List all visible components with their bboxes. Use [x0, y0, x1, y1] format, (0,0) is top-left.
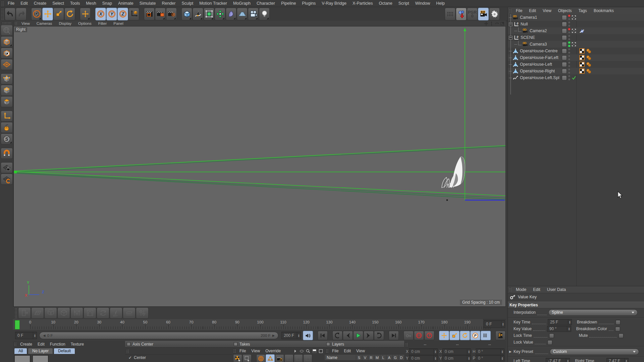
- object-row[interactable]: Camera2: [508, 27, 644, 34]
- object-name[interactable]: OperaHouse-FarLeft: [520, 55, 558, 60]
- psr-zero-button[interactable]: PSR 0: [467, 8, 478, 20]
- center-checkbox[interactable]: ✓: [128, 355, 132, 360]
- key-value-field[interactable]: 90 °▲▼: [547, 326, 571, 332]
- visibility-dots[interactable]: [568, 41, 571, 47]
- magnet-button[interactable]: [1, 148, 13, 159]
- points-mode-button[interactable]: [1, 73, 13, 84]
- menu-item[interactable]: Mesh: [83, 1, 99, 6]
- add-light-button[interactable]: [259, 8, 270, 20]
- left-time-field[interactable]: -7.47 F▲▼: [546, 358, 570, 362]
- record-keyframe-button[interactable]: [414, 331, 424, 340]
- render-settings-button[interactable]: [166, 8, 177, 20]
- split-square-icon[interactable]: [312, 349, 317, 354]
- y-axis-lock-button[interactable]: Y: [106, 8, 117, 20]
- object-name[interactable]: Null: [521, 22, 528, 26]
- enable-axis-button[interactable]: [1, 111, 13, 122]
- viewport-menu-item[interactable]: Options: [75, 21, 95, 25]
- visibility-dots[interactable]: [568, 68, 571, 74]
- menu-item[interactable]: Select: [49, 1, 67, 6]
- key-preset-dropdown[interactable]: Custom: [550, 349, 639, 355]
- om-grip[interactable]: [508, 8, 512, 13]
- layers-menu-item[interactable]: Edit: [341, 349, 354, 353]
- enable-toggle[interactable]: [562, 28, 567, 34]
- menu-item[interactable]: Octane: [376, 1, 395, 6]
- psr-drop-button[interactable]: [456, 8, 467, 20]
- viewport-menu-item[interactable]: Panel: [110, 21, 126, 25]
- menu-item[interactable]: Create: [31, 1, 50, 6]
- material-menu-item[interactable]: Function: [47, 342, 68, 347]
- object-name[interactable]: OperaHouse-Centre: [520, 49, 558, 53]
- object-name[interactable]: Camera3: [530, 42, 547, 47]
- object-row[interactable]: 0 Null: [508, 21, 644, 27]
- camera-target-icon[interactable]: [572, 28, 576, 33]
- last-tool-button[interactable]: [80, 8, 91, 20]
- material-tab[interactable]: No Layer: [28, 348, 53, 354]
- layers-title[interactable]: Layers: [325, 341, 404, 348]
- undo-button[interactable]: [5, 8, 15, 20]
- viewport-canvas[interactable]: Y Z X Right Grid Spacing : 10 cm: [13, 26, 506, 307]
- take-new-button[interactable]: [233, 354, 242, 362]
- spinner-arrows[interactable]: ▲▼: [467, 356, 471, 361]
- current-frame-field[interactable]: 0 F ▲▼: [15, 332, 37, 339]
- attribute-menu-item[interactable]: Edit: [530, 287, 544, 292]
- material-tab[interactable]: All: [14, 348, 27, 354]
- material-tab[interactable]: Default: [54, 348, 75, 354]
- attribute-menu-item[interactable]: Mode: [513, 287, 530, 292]
- enable-toggle[interactable]: [562, 75, 567, 80]
- object-manager-menu-item[interactable]: Edit: [526, 8, 539, 13]
- menu-item[interactable]: Edit: [17, 1, 31, 6]
- current-take-button[interactable]: [266, 354, 275, 362]
- record-rotation-button[interactable]: [460, 331, 470, 340]
- snap-grid-button[interactable]: [445, 8, 455, 20]
- object-manager-menu-item[interactable]: View: [539, 8, 555, 13]
- layers-column[interactable]: S: [356, 355, 362, 360]
- takes-title[interactable]: Takes: [232, 341, 325, 348]
- visibility-dots[interactable]: [568, 61, 571, 67]
- enable-toggle[interactable]: [562, 42, 567, 47]
- menu-item[interactable]: Script: [395, 1, 412, 6]
- object-name[interactable]: Camera2: [530, 28, 547, 33]
- magnifier-icon[interactable]: [306, 349, 311, 354]
- add-deformer-button[interactable]: [226, 8, 236, 20]
- menu-item[interactable]: V-Ray Bridge: [319, 1, 350, 6]
- outline-square-icon[interactable]: [318, 349, 323, 354]
- enable-toggle[interactable]: [562, 49, 567, 54]
- object-row[interactable]: OperaHouse-Centre: [508, 48, 644, 54]
- layers-column[interactable]: V: [362, 355, 368, 360]
- menu-item[interactable]: MoGraph: [230, 1, 254, 6]
- sound-button[interactable]: [303, 331, 313, 340]
- edges-mode-button[interactable]: [1, 85, 13, 96]
- range-end-field[interactable]: 200 F ▲▼: [281, 332, 301, 339]
- enable-toggle[interactable]: [562, 35, 567, 40]
- record-take-button[interactable]: [275, 354, 284, 362]
- object-row[interactable]: Camera3: [508, 41, 644, 48]
- texture-tag[interactable]: [579, 48, 585, 54]
- object-manager-menu-item[interactable]: Tags: [575, 8, 590, 13]
- menu-item[interactable]: Character: [254, 1, 278, 6]
- x-axis-lock-button[interactable]: X: [95, 8, 106, 20]
- axis-center-title[interactable]: Axis Center: [125, 341, 232, 348]
- visibility-dots[interactable]: [568, 14, 571, 20]
- goto-start-button[interactable]: [318, 331, 328, 340]
- layers-column[interactable]: L: [380, 355, 386, 360]
- object-name[interactable]: SCENE: [521, 35, 535, 40]
- layers-menu-item[interactable]: View: [354, 349, 368, 353]
- workplane-lock-button[interactable]: [1, 162, 13, 173]
- timeline-slider[interactable]: ◄ 0 F 200 F ►: [39, 332, 278, 339]
- object-tree[interactable]: Camera1 0 Null: [508, 14, 644, 286]
- texture-tag[interactable]: [579, 62, 585, 67]
- object-row[interactable]: OperaHouse-Left: [508, 61, 644, 68]
- attribute-menu-item[interactable]: User Data: [544, 287, 569, 292]
- right-time-field[interactable]: 7.47 F▲▼: [606, 358, 629, 362]
- snap-settings-button[interactable]: S: [1, 133, 13, 144]
- visibility-dots[interactable]: [568, 55, 571, 61]
- coordinate-field[interactable]: 0 cm ▲▼: [442, 355, 471, 361]
- live-selection-button[interactable]: [31, 8, 42, 20]
- menu-item[interactable]: Pipeline: [278, 1, 299, 6]
- redo-button[interactable]: [16, 8, 26, 20]
- take-ghost-button[interactable]: [303, 354, 312, 362]
- spinner-arrows[interactable]: ▲▼: [501, 321, 505, 327]
- timeline-window-button[interactable]: [495, 331, 505, 340]
- enable-toggle[interactable]: [562, 62, 567, 67]
- breakdown-color-checkbox[interactable]: [615, 326, 620, 331]
